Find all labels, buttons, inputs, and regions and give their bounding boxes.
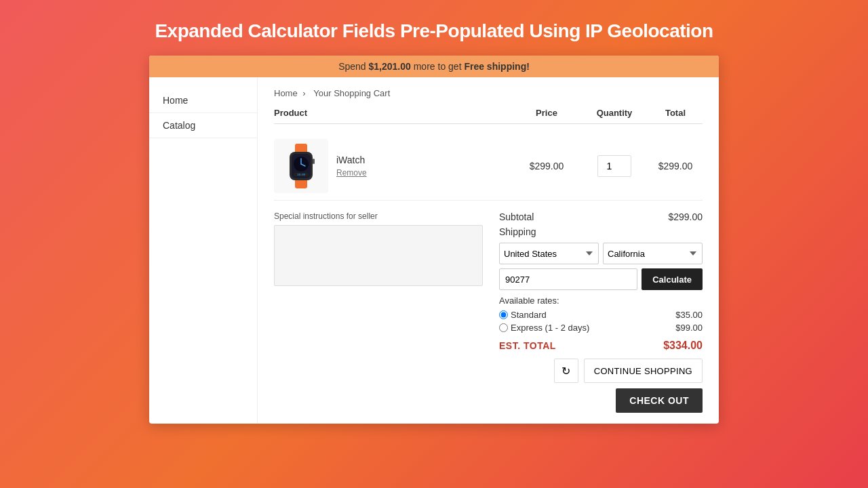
est-total-value: $334.00	[663, 340, 703, 352]
svg-text:10:09: 10:09	[297, 173, 306, 176]
rate-express-label[interactable]: Express (1 - 2 days)	[499, 323, 589, 333]
refresh-button[interactable]: ↻	[554, 359, 578, 383]
rate-express-name: Express (1 - 2 days)	[511, 323, 589, 333]
col-header-total: Total	[648, 108, 703, 118]
est-total-row: EST. TOTAL $334.00	[499, 340, 703, 352]
breadcrumb-home[interactable]: Home	[274, 88, 298, 98]
rate-express-price: $99.00	[675, 323, 703, 333]
product-cell: 10:09 iWatch Remove	[274, 139, 513, 193]
promo-text-mid: more to get	[411, 61, 465, 72]
col-header-quantity: Quantity	[580, 108, 648, 118]
shipping-label: Shipping	[499, 226, 703, 237]
subtotal-row: Subtotal $299.00	[499, 211, 703, 222]
instructions-section: Special instructions for seller	[274, 211, 483, 413]
shipping-selects: United States Canada United Kingdom Aust…	[499, 243, 703, 264]
qty-cell	[580, 155, 648, 177]
bottom-section: Special instructions for seller Subtotal…	[274, 211, 703, 413]
promo-amount: $1,201.00	[369, 61, 411, 72]
svg-rect-9	[313, 159, 315, 164]
col-header-price: Price	[513, 108, 580, 118]
rate-option-express: Express (1 - 2 days) $99.00	[499, 323, 703, 333]
main-content: Home › Your Shopping Cart Product Price …	[258, 77, 719, 424]
breadcrumb-current: Your Shopping Cart	[313, 88, 390, 98]
promo-text-suffix: Free shipping!	[464, 61, 529, 72]
shop-container: Spend $1,201.00 more to get Free shippin…	[149, 56, 719, 424]
calculate-button[interactable]: Calculate	[642, 268, 703, 290]
checkout-button[interactable]: CHECK OUT	[616, 388, 703, 413]
cart-table-header: Product Price Quantity Total	[274, 108, 703, 124]
remove-link[interactable]: Remove	[336, 168, 367, 178]
breadcrumb: Home › Your Shopping Cart	[274, 88, 703, 98]
page-title: Expanded Calculator Fields Pre-Populated…	[155, 20, 713, 42]
est-total-label: EST. TOTAL	[499, 340, 556, 351]
price-cell: $299.00	[513, 161, 580, 171]
zip-input[interactable]	[499, 268, 637, 290]
sidebar: Home Catalog	[149, 77, 258, 424]
rate-option-standard: Standard $35.00	[499, 310, 703, 320]
total-cell: $299.00	[648, 161, 703, 171]
state-select[interactable]: Alabama Alaska Arizona California Colora…	[603, 243, 703, 264]
rate-standard-label[interactable]: Standard	[499, 310, 547, 320]
table-row: 10:09 iWatch Remove $299.00 $299.00	[274, 132, 703, 201]
col-header-product: Product	[274, 108, 513, 118]
svg-rect-1	[295, 179, 307, 188]
shop-body: Home Catalog Home › Your Shopping Cart P…	[149, 77, 719, 424]
promo-text-prefix: Spend	[338, 61, 368, 72]
continue-shopping-button[interactable]: CONTINUE SHOPPING	[584, 359, 703, 383]
action-buttons: ↻ CONTINUE SHOPPING	[499, 359, 703, 383]
checkout-btn-row: CHECK OUT	[499, 388, 703, 413]
instructions-label: Special instructions for seller	[274, 211, 483, 221]
quantity-input[interactable]	[597, 155, 631, 177]
summary-section: Subtotal $299.00 Shipping United States …	[499, 211, 703, 413]
rate-standard-name: Standard	[511, 310, 547, 320]
svg-rect-0	[295, 144, 307, 153]
rates-section: Available rates: Standard $35.00 Exp	[499, 296, 703, 333]
subtotal-value: $299.00	[668, 211, 703, 222]
country-select[interactable]: United States Canada United Kingdom Aust…	[499, 243, 599, 264]
promo-bar: Spend $1,201.00 more to get Free shippin…	[149, 56, 719, 77]
zip-row: Calculate	[499, 268, 703, 290]
product-info: iWatch Remove	[336, 155, 367, 178]
rate-standard-price: $35.00	[675, 310, 703, 320]
instructions-textarea[interactable]	[274, 225, 483, 286]
product-name: iWatch	[336, 155, 367, 165]
rates-label: Available rates:	[499, 296, 703, 306]
product-image: 10:09	[274, 139, 328, 193]
breadcrumb-separator: ›	[302, 88, 305, 98]
rate-standard-radio[interactable]	[499, 310, 508, 319]
rate-express-radio[interactable]	[499, 323, 508, 332]
sidebar-item-catalog[interactable]: Catalog	[149, 113, 257, 138]
sidebar-item-home[interactable]: Home	[149, 88, 257, 113]
subtotal-label: Subtotal	[499, 211, 534, 222]
